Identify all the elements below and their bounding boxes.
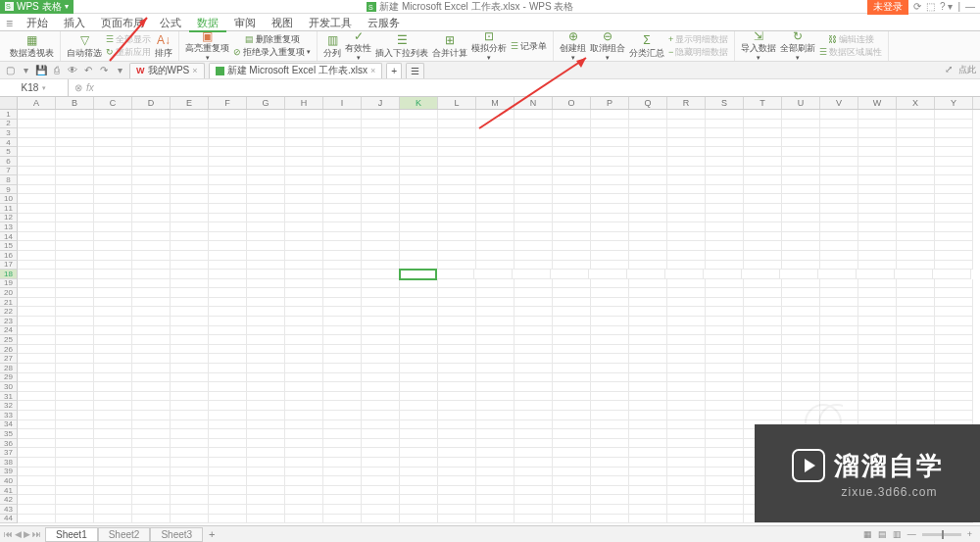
cell[interactable] — [209, 326, 247, 336]
text-to-columns-button[interactable]: ▥分列 — [321, 32, 343, 60]
subtotal-button[interactable]: Σ分类汇总 — [627, 32, 666, 60]
cell[interactable] — [171, 128, 209, 138]
cell[interactable] — [94, 232, 132, 242]
cell[interactable] — [285, 448, 323, 458]
cell[interactable] — [323, 185, 362, 195]
cell[interactable] — [706, 128, 744, 138]
view-normal-icon[interactable]: ▦ — [863, 529, 872, 539]
cell[interactable] — [400, 147, 438, 157]
cell[interactable] — [247, 486, 285, 496]
cell[interactable] — [706, 307, 744, 317]
cell[interactable] — [323, 270, 362, 279]
cell[interactable] — [514, 128, 553, 138]
cell[interactable] — [438, 345, 476, 355]
cell[interactable] — [780, 270, 818, 279]
cell[interactable] — [400, 505, 438, 515]
cell[interactable] — [285, 458, 323, 468]
cell[interactable] — [935, 185, 973, 195]
cell[interactable] — [209, 373, 247, 383]
row-header[interactable]: 20 — [0, 288, 18, 298]
cell[interactable] — [744, 222, 782, 232]
cell[interactable] — [132, 167, 171, 176]
cell[interactable] — [858, 214, 897, 223]
row-header[interactable]: 28 — [0, 364, 18, 373]
cell[interactable] — [476, 279, 514, 289]
cell[interactable] — [400, 458, 438, 468]
column-header[interactable]: H — [285, 97, 323, 109]
cell[interactable] — [514, 392, 553, 402]
cell[interactable] — [400, 411, 438, 420]
cell[interactable] — [209, 222, 247, 232]
cell[interactable] — [132, 468, 171, 477]
cell[interactable] — [132, 288, 171, 298]
cell[interactable] — [476, 448, 514, 458]
cell[interactable] — [744, 157, 782, 167]
cell[interactable] — [18, 204, 56, 214]
cell[interactable] — [247, 147, 285, 157]
column-header[interactable]: G — [247, 97, 285, 109]
cell[interactable] — [171, 345, 209, 355]
cell[interactable] — [438, 232, 476, 242]
cell[interactable] — [935, 382, 973, 392]
cell[interactable] — [514, 401, 553, 411]
cell[interactable] — [782, 175, 820, 185]
cell[interactable] — [476, 486, 514, 496]
cell[interactable] — [132, 214, 171, 223]
cell[interactable] — [897, 194, 935, 204]
cell[interactable] — [400, 345, 438, 355]
sheet-prev-icon[interactable]: ◀ — [15, 529, 22, 539]
cell[interactable] — [629, 232, 667, 242]
cell[interactable] — [285, 515, 323, 524]
row-header[interactable]: 43 — [0, 505, 18, 515]
cell[interactable] — [362, 194, 400, 204]
cell[interactable] — [476, 194, 514, 204]
cell[interactable] — [18, 486, 56, 496]
cell[interactable] — [858, 232, 897, 242]
cell[interactable] — [895, 270, 933, 279]
cell[interactable] — [94, 167, 132, 176]
cell[interactable] — [935, 167, 973, 176]
cell[interactable] — [782, 167, 820, 176]
cell[interactable] — [132, 298, 171, 308]
cell[interactable] — [514, 515, 553, 524]
cell[interactable] — [629, 420, 667, 430]
row-header[interactable]: 27 — [0, 354, 18, 364]
column-header[interactable]: P — [591, 97, 629, 109]
cell[interactable] — [285, 392, 323, 402]
cell[interactable] — [553, 222, 591, 232]
cell[interactable] — [132, 128, 171, 138]
cell[interactable] — [18, 420, 56, 430]
cell[interactable] — [706, 420, 744, 430]
cell[interactable] — [56, 185, 94, 195]
row-header[interactable]: 23 — [0, 317, 18, 326]
cell[interactable] — [438, 401, 476, 411]
qa-more-icon[interactable]: ▾ — [114, 65, 125, 75]
cell[interactable] — [438, 373, 476, 383]
cell[interactable] — [629, 288, 667, 298]
cell[interactable] — [744, 204, 782, 214]
cell[interactable] — [553, 251, 591, 261]
cell[interactable] — [56, 448, 94, 458]
insert-dropdown-button[interactable]: ☰插入下拉列表 — [373, 32, 430, 60]
cell[interactable] — [591, 345, 629, 355]
cell[interactable] — [782, 222, 820, 232]
cell[interactable] — [400, 185, 438, 195]
cell[interactable] — [476, 439, 514, 449]
cell[interactable] — [400, 354, 438, 364]
cell[interactable] — [476, 505, 514, 515]
cell[interactable] — [667, 326, 706, 336]
column-header[interactable]: M — [476, 97, 514, 109]
cell[interactable] — [706, 345, 744, 355]
cell[interactable] — [132, 185, 171, 195]
cell[interactable] — [706, 326, 744, 336]
cell[interactable] — [171, 157, 209, 167]
cell[interactable] — [553, 241, 591, 251]
cell[interactable] — [744, 411, 782, 420]
cell[interactable] — [323, 335, 362, 345]
cell[interactable] — [323, 505, 362, 515]
cell[interactable] — [629, 401, 667, 411]
cell[interactable] — [476, 326, 514, 336]
cell[interactable] — [591, 214, 629, 223]
cell[interactable] — [553, 175, 591, 185]
cell[interactable] — [744, 232, 782, 242]
